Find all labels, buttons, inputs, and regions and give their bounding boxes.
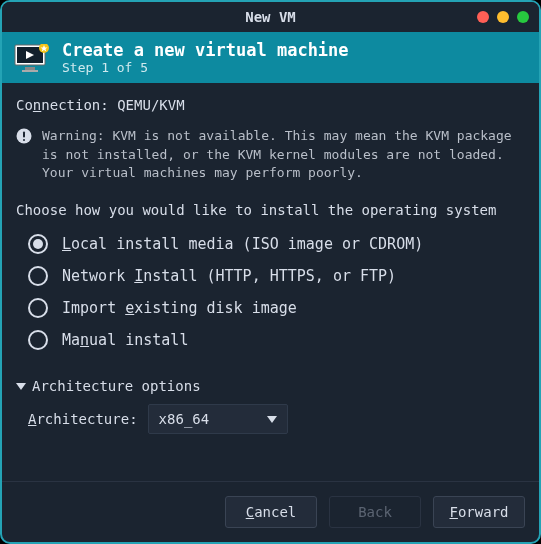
architecture-value: x86_64 bbox=[159, 411, 210, 427]
architecture-label: Architecture: bbox=[28, 411, 138, 427]
wizard-body: Connection: QEMU/KVM Warning: KVM is not… bbox=[2, 83, 539, 481]
radio-icon bbox=[28, 330, 48, 350]
svg-marker-11 bbox=[267, 416, 277, 423]
wizard-title: Create a new virtual machine bbox=[62, 40, 349, 60]
warning-icon bbox=[16, 128, 32, 149]
maximize-icon[interactable] bbox=[517, 11, 529, 23]
radio-icon bbox=[28, 234, 48, 254]
architecture-select[interactable]: x86_64 bbox=[148, 404, 288, 434]
architecture-row: Architecture: x86_64 bbox=[16, 404, 525, 434]
wizard-header: Create a new virtual machine Step 1 of 5 bbox=[2, 32, 539, 83]
window-title: New VM bbox=[245, 9, 296, 25]
install-option-label: Network Install (HTTP, HTTPS, or FTP) bbox=[62, 267, 396, 285]
svg-rect-3 bbox=[25, 67, 35, 70]
kvm-warning: Warning: KVM is not available. This may … bbox=[16, 127, 525, 182]
connection-value-text: QEMU/KVM bbox=[117, 97, 184, 113]
install-option-import[interactable]: Import existing disk image bbox=[28, 298, 525, 318]
vm-monitor-icon bbox=[14, 44, 50, 72]
install-method-radios: Local install media (ISO image or CDROM)… bbox=[16, 234, 525, 350]
install-option-label: Local install media (ISO image or CDROM) bbox=[62, 235, 423, 253]
minimize-icon[interactable] bbox=[497, 11, 509, 23]
svg-marker-10 bbox=[16, 383, 26, 390]
connection-line: Connection: QEMU/KVM bbox=[16, 97, 525, 113]
warning-text: Warning: KVM is not available. This may … bbox=[42, 127, 525, 182]
install-option-local[interactable]: Local install media (ISO image or CDROM) bbox=[28, 234, 525, 254]
back-button: Back bbox=[329, 496, 421, 528]
wizard-header-text: Create a new virtual machine Step 1 of 5 bbox=[62, 40, 349, 75]
install-option-net[interactable]: Network Install (HTTP, HTTPS, or FTP) bbox=[28, 266, 525, 286]
forward-button[interactable]: Forward bbox=[433, 496, 525, 528]
architecture-expander[interactable]: Architecture options bbox=[16, 378, 525, 394]
architecture-section: Architecture options Architecture: x86_6… bbox=[16, 378, 525, 434]
cancel-button[interactable]: Cancel bbox=[225, 496, 317, 528]
architecture-expander-label: Architecture options bbox=[32, 378, 201, 394]
svg-rect-8 bbox=[23, 132, 25, 138]
svg-rect-9 bbox=[23, 139, 25, 141]
install-choose-label: Choose how you would like to install the… bbox=[16, 202, 525, 218]
titlebar: New VM bbox=[2, 2, 539, 32]
wizard-step: Step 1 of 5 bbox=[62, 60, 349, 75]
install-option-label: Import existing disk image bbox=[62, 299, 297, 317]
close-icon[interactable] bbox=[477, 11, 489, 23]
radio-icon bbox=[28, 298, 48, 318]
svg-rect-4 bbox=[22, 70, 38, 72]
wizard-footer: Cancel Back Forward bbox=[2, 481, 539, 542]
radio-icon bbox=[28, 266, 48, 286]
window-controls bbox=[477, 11, 529, 23]
install-option-manual[interactable]: Manual install bbox=[28, 330, 525, 350]
install-option-label: Manual install bbox=[62, 331, 188, 349]
new-vm-window: New VM Create a new virtual machine Step… bbox=[0, 0, 541, 544]
chevron-down-icon bbox=[16, 378, 26, 394]
chevron-down-icon bbox=[267, 411, 277, 427]
